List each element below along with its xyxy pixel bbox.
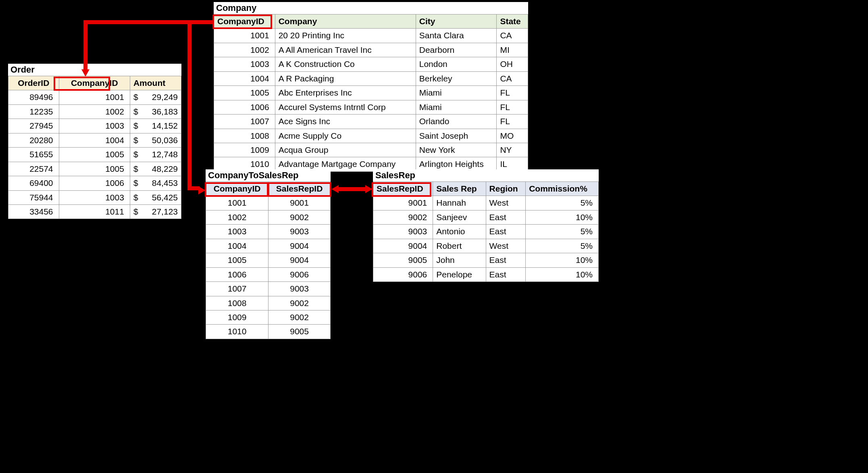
order-amount: $50,036	[130, 133, 181, 147]
company-state: MO	[497, 129, 528, 143]
order-header-orderid: OrderID	[8, 76, 59, 90]
c2s-salesrepid: 9003	[269, 282, 331, 296]
salesrep-id: 9005	[373, 253, 433, 267]
table-row: 9002SanjeevEast10%	[373, 210, 599, 224]
order-amount: $84,453	[130, 176, 181, 190]
c2s-companyid: 1003	[206, 225, 269, 239]
salesrep-pct: 5%	[526, 239, 599, 253]
order-orderid: 89496	[8, 90, 59, 104]
c2s-salesrepid: 9002	[269, 310, 331, 324]
table-row: 225741005$48,229	[8, 162, 181, 176]
c2s-companyid: 1007	[206, 282, 269, 296]
table-row: 10079003	[206, 282, 331, 296]
salesrep-table-wrap: SalesRep SalesRepID Sales Rep Region Com…	[373, 169, 599, 282]
order-companyid: 1006	[59, 176, 130, 190]
salesrep-region: West	[486, 196, 526, 210]
order-orderid: 69400	[8, 176, 59, 190]
table-row: 10049004	[206, 239, 331, 253]
table-row: 334561011$27,123	[8, 204, 181, 219]
table-row: 10099002	[206, 310, 331, 324]
company-city: Orlando	[416, 115, 497, 129]
table-row: 1006Accurel Systems Intrntl CorpMiamiFL	[214, 100, 528, 114]
table-row: 9003AntonioEast5%	[373, 225, 599, 239]
salesrep-header-id: SalesRepID	[373, 182, 433, 196]
company-name: Accurel Systems Intrntl Corp	[275, 100, 416, 114]
order-amount: $12,748	[130, 148, 181, 162]
c2s-companyid: 1001	[206, 196, 269, 210]
salesrep-pct: 10%	[526, 253, 599, 267]
c2s-salesrepid: 9006	[269, 267, 331, 281]
company-table: CompanyID Company City State 100120 20 P…	[214, 14, 528, 172]
table-row: 1002A All American Travel IncDearbornMI	[214, 43, 528, 57]
salesrep-header-region: Region	[486, 182, 526, 196]
order-amount: $27,123	[130, 204, 181, 219]
table-row: 1005Abc Enterprises IncMiamiFL	[214, 86, 528, 100]
c2s-companyid: 1005	[206, 253, 269, 267]
order-amount: $36,183	[130, 104, 181, 119]
c2s-salesrepid: 9002	[269, 296, 331, 310]
table-row: 694001006$84,453	[8, 176, 181, 190]
table-row: 516551005$12,748	[8, 148, 181, 162]
c2s-header-companyid: CompanyID	[206, 182, 269, 196]
table-row: 10069006	[206, 267, 331, 281]
conn-company-to-order-h	[83, 20, 212, 24]
table-row: 9006PenelopeEast10%	[373, 267, 599, 281]
c2s-companyid: 1010	[206, 325, 269, 339]
c2s-companyid: 1004	[206, 239, 269, 253]
company-header-id: CompanyID	[214, 15, 275, 29]
salesrep-id: 9002	[373, 210, 433, 224]
company-name: Acqua Group	[275, 143, 416, 157]
conn-company-to-c2s-arrow	[198, 186, 206, 194]
salesrep-name: Penelope	[433, 267, 486, 281]
company-table-title: Company	[214, 2, 528, 14]
company-name: A K Construction Co	[275, 57, 416, 71]
company-name: A R Packaging	[275, 71, 416, 85]
table-row: 100120 20 Printing IncSanta ClaraCA	[214, 29, 528, 43]
order-orderid: 22574	[8, 162, 59, 176]
salesrep-name: Robert	[433, 239, 486, 253]
salesrep-id: 9003	[373, 225, 433, 239]
c2s-table: CompanyID SalesRepID 1001900110029002100…	[206, 181, 331, 339]
salesrep-name: John	[433, 253, 486, 267]
company-state: CA	[497, 29, 528, 43]
c2s-companyid: 1009	[206, 310, 269, 324]
order-orderid: 33456	[8, 204, 59, 219]
order-header-amount: Amount	[130, 76, 181, 90]
order-companyid: 1004	[59, 133, 130, 147]
company-name: Acme Supply Co	[275, 129, 416, 143]
company-id: 1009	[214, 143, 275, 157]
company-city: Miami	[416, 100, 497, 114]
table-row: 10059004	[206, 253, 331, 267]
company-state: NY	[497, 143, 528, 157]
company-name: Ace Signs Inc	[275, 115, 416, 129]
table-row: 1003A K Construction CoLondonOH	[214, 57, 528, 71]
c2s-salesrepid: 9004	[269, 239, 331, 253]
company-id: 1004	[214, 71, 275, 85]
company-city: Santa Clara	[416, 29, 497, 43]
table-row: 10029002	[206, 210, 331, 224]
company-id: 1005	[214, 86, 275, 100]
order-amount: $48,229	[130, 162, 181, 176]
salesrep-pct: 5%	[526, 196, 599, 210]
company-state: FL	[497, 100, 528, 114]
company-city: Dearborn	[416, 43, 497, 57]
company-name: 20 20 Printing Inc	[275, 29, 416, 43]
table-row: 1009Acqua GroupNew YorkNY	[214, 143, 528, 157]
table-row: 122351002$36,183	[8, 104, 181, 119]
company-name: Abc Enterprises Inc	[275, 86, 416, 100]
order-orderid: 20280	[8, 133, 59, 147]
salesrep-region: East	[486, 210, 526, 224]
conn-company-to-order-arrow	[81, 69, 90, 77]
conn-c2s-to-salesrep-arrow-left	[331, 185, 339, 193]
salesrep-region: East	[486, 225, 526, 239]
conn-c2s-to-salesrep-line	[338, 187, 367, 191]
order-table: OrderID CompanyID Amount 894961001$29,24…	[8, 76, 181, 219]
company-id: 1007	[214, 115, 275, 129]
table-row: 1007Ace Signs IncOrlandoFL	[214, 115, 528, 129]
company-table-wrap: Company CompanyID Company City State 100…	[214, 2, 528, 172]
salesrep-pct: 10%	[526, 267, 599, 281]
order-orderid: 75944	[8, 190, 59, 204]
c2s-companyid: 1006	[206, 267, 269, 281]
company-id: 1008	[214, 129, 275, 143]
order-table-wrap: Order OrderID CompanyID Amount 894961001…	[8, 64, 181, 219]
